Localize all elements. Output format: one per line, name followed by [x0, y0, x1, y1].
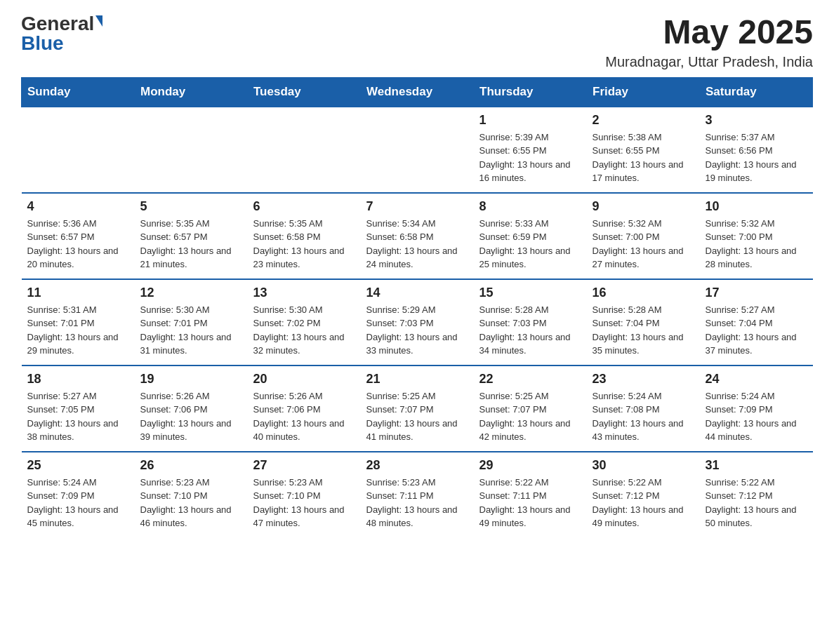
weekday-header-tuesday: Tuesday	[248, 77, 361, 107]
calendar-cell: 24Sunrise: 5:24 AMSunset: 7:09 PMDayligh…	[700, 365, 813, 452]
calendar-cell: 29Sunrise: 5:22 AMSunset: 7:11 PMDayligh…	[474, 452, 587, 537]
day-number: 7	[366, 199, 468, 214]
calendar-cell	[248, 107, 361, 193]
calendar-week-5: 25Sunrise: 5:24 AMSunset: 7:09 PMDayligh…	[22, 452, 813, 537]
day-number: 20	[253, 372, 355, 387]
day-info: Sunrise: 5:31 AMSunset: 7:01 PMDaylight:…	[27, 303, 129, 358]
day-info: Sunrise: 5:24 AMSunset: 7:09 PMDaylight:…	[27, 476, 129, 530]
calendar-cell: 1Sunrise: 5:39 AMSunset: 6:55 PMDaylight…	[474, 107, 587, 193]
logo-blue-text: Blue	[21, 34, 64, 53]
calendar-cell	[361, 107, 474, 193]
day-info: Sunrise: 5:34 AMSunset: 6:58 PMDaylight:…	[366, 217, 468, 271]
calendar-week-4: 18Sunrise: 5:27 AMSunset: 7:05 PMDayligh…	[22, 365, 813, 452]
day-number: 19	[140, 372, 242, 387]
day-info: Sunrise: 5:24 AMSunset: 7:09 PMDaylight:…	[706, 389, 807, 444]
title-block: May 2025 Muradnagar, Uttar Pradesh, Indi…	[605, 14, 813, 70]
logo: General Blue	[21, 14, 102, 53]
calendar-cell: 18Sunrise: 5:27 AMSunset: 7:05 PMDayligh…	[22, 365, 135, 452]
day-number: 30	[593, 458, 694, 473]
day-info: Sunrise: 5:36 AMSunset: 6:57 PMDaylight:…	[27, 217, 129, 271]
day-info: Sunrise: 5:33 AMSunset: 6:59 PMDaylight:…	[479, 217, 581, 271]
day-number: 15	[479, 286, 581, 300]
day-info: Sunrise: 5:24 AMSunset: 7:08 PMDaylight:…	[593, 389, 694, 444]
day-info: Sunrise: 5:27 AMSunset: 7:04 PMDaylight:…	[706, 303, 807, 358]
calendar-week-2: 4Sunrise: 5:36 AMSunset: 6:57 PMDaylight…	[22, 193, 813, 279]
day-number: 1	[479, 113, 581, 128]
day-info: Sunrise: 5:28 AMSunset: 7:03 PMDaylight:…	[479, 303, 581, 358]
calendar-cell	[135, 107, 248, 193]
day-info: Sunrise: 5:26 AMSunset: 7:06 PMDaylight:…	[253, 389, 355, 444]
day-number: 17	[706, 286, 807, 300]
day-number: 22	[479, 372, 581, 387]
day-info: Sunrise: 5:35 AMSunset: 6:57 PMDaylight:…	[140, 217, 242, 271]
day-number: 29	[479, 458, 581, 473]
weekday-header-saturday: Saturday	[700, 77, 813, 107]
calendar-cell: 3Sunrise: 5:37 AMSunset: 6:56 PMDaylight…	[700, 107, 813, 193]
day-info: Sunrise: 5:25 AMSunset: 7:07 PMDaylight:…	[479, 389, 581, 444]
calendar-cell: 6Sunrise: 5:35 AMSunset: 6:58 PMDaylight…	[248, 193, 361, 279]
day-info: Sunrise: 5:30 AMSunset: 7:02 PMDaylight:…	[253, 303, 355, 358]
day-number: 16	[593, 286, 694, 300]
weekday-header-friday: Friday	[587, 77, 700, 107]
calendar-cell: 23Sunrise: 5:24 AMSunset: 7:08 PMDayligh…	[587, 365, 700, 452]
calendar-cell: 5Sunrise: 5:35 AMSunset: 6:57 PMDaylight…	[135, 193, 248, 279]
calendar-cell: 13Sunrise: 5:30 AMSunset: 7:02 PMDayligh…	[248, 279, 361, 365]
day-number: 21	[366, 372, 468, 387]
day-info: Sunrise: 5:29 AMSunset: 7:03 PMDaylight:…	[366, 303, 468, 358]
day-number: 26	[140, 458, 242, 473]
location-subtitle: Muradnagar, Uttar Pradesh, India	[605, 54, 813, 70]
day-number: 9	[593, 199, 694, 214]
calendar-cell: 21Sunrise: 5:25 AMSunset: 7:07 PMDayligh…	[361, 365, 474, 452]
day-info: Sunrise: 5:22 AMSunset: 7:12 PMDaylight:…	[593, 476, 694, 530]
day-info: Sunrise: 5:28 AMSunset: 7:04 PMDaylight:…	[593, 303, 694, 358]
day-info: Sunrise: 5:39 AMSunset: 6:55 PMDaylight:…	[479, 130, 581, 185]
day-number: 13	[253, 286, 355, 300]
weekday-header-thursday: Thursday	[474, 77, 587, 107]
day-number: 8	[479, 199, 581, 214]
day-info: Sunrise: 5:23 AMSunset: 7:10 PMDaylight:…	[140, 476, 242, 530]
weekday-header-monday: Monday	[135, 77, 248, 107]
calendar-cell: 4Sunrise: 5:36 AMSunset: 6:57 PMDaylight…	[22, 193, 135, 279]
day-number: 31	[706, 458, 807, 473]
day-info: Sunrise: 5:23 AMSunset: 7:11 PMDaylight:…	[366, 476, 468, 530]
day-number: 18	[27, 372, 129, 387]
logo-general-text: General	[21, 14, 94, 34]
day-number: 27	[253, 458, 355, 473]
day-number: 10	[706, 199, 807, 214]
calendar-table: SundayMondayTuesdayWednesdayThursdayFrid…	[21, 77, 813, 537]
day-number: 4	[27, 199, 129, 214]
day-number: 14	[366, 286, 468, 300]
calendar-cell: 28Sunrise: 5:23 AMSunset: 7:11 PMDayligh…	[361, 452, 474, 537]
calendar-cell: 20Sunrise: 5:26 AMSunset: 7:06 PMDayligh…	[248, 365, 361, 452]
day-number: 25	[27, 458, 129, 473]
calendar-cell: 7Sunrise: 5:34 AMSunset: 6:58 PMDaylight…	[361, 193, 474, 279]
calendar-week-3: 11Sunrise: 5:31 AMSunset: 7:01 PMDayligh…	[22, 279, 813, 365]
day-number: 12	[140, 286, 242, 300]
day-info: Sunrise: 5:30 AMSunset: 7:01 PMDaylight:…	[140, 303, 242, 358]
calendar-cell: 26Sunrise: 5:23 AMSunset: 7:10 PMDayligh…	[135, 452, 248, 537]
calendar-cell: 9Sunrise: 5:32 AMSunset: 7:00 PMDaylight…	[587, 193, 700, 279]
day-number: 11	[27, 286, 129, 300]
calendar-week-1: 1Sunrise: 5:39 AMSunset: 6:55 PMDaylight…	[22, 107, 813, 193]
calendar-cell	[22, 107, 135, 193]
calendar-cell: 25Sunrise: 5:24 AMSunset: 7:09 PMDayligh…	[22, 452, 135, 537]
calendar-cell: 17Sunrise: 5:27 AMSunset: 7:04 PMDayligh…	[700, 279, 813, 365]
month-year-title: May 2025	[605, 14, 813, 51]
day-number: 2	[593, 113, 694, 128]
weekday-header-wednesday: Wednesday	[361, 77, 474, 107]
day-info: Sunrise: 5:26 AMSunset: 7:06 PMDaylight:…	[140, 389, 242, 444]
calendar-cell: 12Sunrise: 5:30 AMSunset: 7:01 PMDayligh…	[135, 279, 248, 365]
calendar-cell: 11Sunrise: 5:31 AMSunset: 7:01 PMDayligh…	[22, 279, 135, 365]
day-number: 6	[253, 199, 355, 214]
day-number: 23	[593, 372, 694, 387]
calendar-cell: 19Sunrise: 5:26 AMSunset: 7:06 PMDayligh…	[135, 365, 248, 452]
day-info: Sunrise: 5:38 AMSunset: 6:55 PMDaylight:…	[593, 130, 694, 185]
day-info: Sunrise: 5:37 AMSunset: 6:56 PMDaylight:…	[706, 130, 807, 185]
calendar-cell: 22Sunrise: 5:25 AMSunset: 7:07 PMDayligh…	[474, 365, 587, 452]
calendar-cell: 16Sunrise: 5:28 AMSunset: 7:04 PMDayligh…	[587, 279, 700, 365]
page-header: General Blue May 2025 Muradnagar, Uttar …	[21, 14, 813, 70]
day-info: Sunrise: 5:22 AMSunset: 7:12 PMDaylight:…	[706, 476, 807, 530]
weekday-header-sunday: Sunday	[22, 77, 135, 107]
calendar-cell: 31Sunrise: 5:22 AMSunset: 7:12 PMDayligh…	[700, 452, 813, 537]
day-info: Sunrise: 5:35 AMSunset: 6:58 PMDaylight:…	[253, 217, 355, 271]
